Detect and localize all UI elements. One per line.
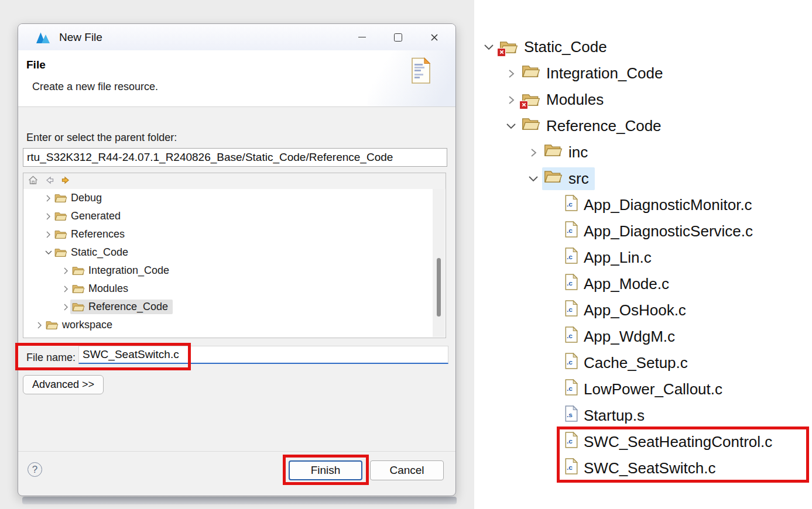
tree-item-label: Modules [88,283,128,295]
selected-tree-item[interactable]: Reference_Code [70,300,173,314]
chevron-down-icon[interactable] [44,248,53,257]
explorer-item-label: Reference_Code [546,117,662,135]
file-name-input[interactable] [78,346,448,364]
explorer-item-app-diagnosticservice[interactable]: .c App_DiagnosticService.c [474,218,812,245]
cancel-button[interactable]: Cancel [370,460,444,480]
file-name-label: File name: [26,352,76,364]
folder-icon [54,229,67,240]
c-file-icon: .c [565,353,578,373]
chevron-down-icon[interactable] [525,171,542,187]
explorer-item-reference-code[interactable]: Reference_Code [474,113,812,139]
chevron-down-icon[interactable] [480,40,498,55]
folder-icon [72,302,85,312]
c-file-icon: .c [565,274,578,294]
explorer-item-app-diagnosticmonitor[interactable]: .c App_DiagnosticMonitor.c [474,192,812,218]
tree-item-label: References [71,228,125,240]
svg-text:.c: .c [567,384,573,393]
chevron-right-icon[interactable] [61,266,70,276]
tree-item-generated[interactable]: Generated [23,207,433,225]
explorer-item-label: Modules [546,91,604,109]
tree-item-label: Static_Code [71,246,128,259]
chevron-right-icon[interactable] [44,212,53,221]
svg-text:.c: .c [567,358,573,366]
tree-item-modules[interactable]: Modules [23,280,433,298]
c-file-icon: .c [565,300,578,321]
tree-item-integration-code[interactable]: Integration_Code [23,262,433,280]
home-icon[interactable] [28,176,38,187]
chevron-down-icon[interactable] [502,119,520,134]
wizard-description: Create a new file resource. [32,81,158,93]
tree-scrollbar[interactable] [433,189,445,337]
parent-folder-input[interactable] [23,148,447,167]
explorer-item-app-wdgm[interactable]: .c App_WdgM.c [474,324,812,350]
explorer-item-inc[interactable]: inc [474,139,812,166]
tree-item-label: Integration_Code [88,264,169,277]
wizard-heading: File [26,59,46,71]
explorer-item-lowpower-callout[interactable]: .c LowPower_Callout.c [474,376,812,403]
folder-icon [544,143,563,162]
chevron-right-icon[interactable] [525,145,542,160]
tree-item-label: Generated [71,210,121,222]
svg-text:.c: .c [567,305,573,314]
tree-scrollbar-thumb[interactable] [437,258,441,317]
explorer-item-modules[interactable]: Modules [474,87,812,113]
forward-arrow-icon[interactable] [61,176,71,187]
folder-tree-panel: Debug Generated References Static_Code [23,173,446,338]
explorer-item-app-mode[interactable]: .c App_Mode.c [474,271,812,297]
explorer-item-swc-seatswitch[interactable]: .c SWC_SeatSwitch.c [474,455,812,482]
explorer-item-label: Integration_Code [546,64,663,82]
explorer-item-cache-setup[interactable]: .c Cache_Setup.c [474,350,812,376]
explorer-item-label: App_DiagnosticService.c [584,222,753,240]
error-badge-icon [519,101,528,109]
folder-tree: Debug Generated References Static_Code [23,189,433,338]
chevron-right-icon[interactable] [502,92,520,108]
explorer-item-src[interactable]: src [474,166,812,192]
svg-text:.c: .c [567,253,573,261]
dialog-body: Enter or select the parent folder: [18,107,455,496]
wizard-banner: File Create a new file resource. [18,50,455,107]
explorer-item-startup-s[interactable]: .s Startup.s [474,403,812,429]
folder-error-icon [522,92,540,108]
parent-folder-label: Enter or select the parent folder: [26,132,177,144]
minimize-button-icon[interactable] [357,33,366,42]
selected-explorer-item[interactable]: src [542,167,595,190]
advanced-button[interactable]: Advanced >> [23,375,104,394]
tree-item-debug[interactable]: Debug [23,189,433,207]
chevron-right-icon[interactable] [44,194,53,203]
explorer-item-label: SWC_SeatSwitch.c [584,459,715,477]
explorer-item-static-code[interactable]: Static_Code [474,34,812,60]
tree-item-references[interactable]: References [23,225,433,243]
tree-item-reference-code[interactable]: Reference_Code [23,298,433,316]
finish-button[interactable]: Finish [289,460,362,480]
c-file-icon: .c [565,458,578,479]
chevron-right-icon[interactable] [35,321,44,330]
c-file-icon: .c [565,379,578,400]
tree-item-static-code[interactable]: Static_Code [23,243,433,262]
chevron-right-icon[interactable] [61,302,70,312]
explorer-item-label: inc [568,143,588,161]
folder-icon [544,169,563,188]
back-arrow-icon[interactable] [44,176,54,187]
explorer-item-label: App_Mode.c [584,275,669,293]
explorer-item-app-oshook[interactable]: .c App_OsHook.c [474,297,812,324]
explorer-item-integration-code[interactable]: Integration_Code [474,60,812,87]
close-button-icon[interactable] [430,33,439,42]
maximize-button-icon[interactable] [393,33,403,42]
explorer-item-swc-seatheatingcontrol[interactable]: .c SWC_SeatHeatingControl.c [474,429,812,455]
c-file-icon: .c [565,432,578,452]
folder-icon [54,247,67,258]
help-button[interactable]: ? [28,462,42,477]
explorer-item-label: Cache_Setup.c [584,354,688,372]
chevron-right-icon[interactable] [502,66,520,81]
svg-text:.c: .c [567,226,573,235]
tree-item-workspace[interactable]: workspace [23,316,433,334]
chevron-right-icon[interactable] [44,230,53,239]
explorer-item-app-lin[interactable]: .c App_Lin.c [474,245,812,271]
explorer-item-label: App_WdgM.c [584,328,675,346]
chevron-right-icon[interactable] [61,284,70,294]
svg-text:.s: .s [567,411,573,419]
svg-text:.c: .c [567,279,573,287]
new-file-dialog: New File File Create a new file resource… [18,23,456,496]
dialog-titlebar[interactable]: New File [18,24,455,50]
tree-item-label: Debug [71,192,102,204]
